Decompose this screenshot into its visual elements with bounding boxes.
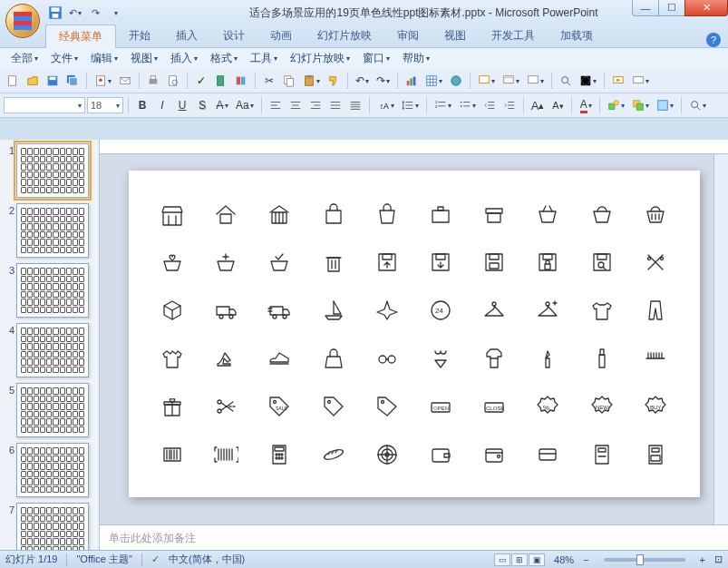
handbag-icon[interactable]: [313, 340, 354, 376]
floppy-down-icon[interactable]: [421, 244, 461, 279]
sorter-view-button[interactable]: ⊞: [511, 553, 528, 566]
zoom-level[interactable]: 48%: [554, 554, 574, 565]
insert-hyperlink-button[interactable]: [447, 72, 465, 90]
menu-all[interactable]: 全部▾: [5, 49, 44, 68]
slideshow-from-current-button[interactable]: ▾: [629, 72, 652, 90]
slideshow-from-beginning-button[interactable]: [609, 72, 627, 90]
align-right-button[interactable]: [306, 96, 325, 114]
menu-file[interactable]: 文件▾: [45, 49, 83, 68]
close-sign-icon[interactable]: CLOSE: [474, 388, 515, 424]
shapes-button[interactable]: ▾: [605, 96, 627, 114]
menu-window[interactable]: 窗口▾: [357, 49, 395, 68]
floppy-lock-icon[interactable]: [528, 244, 568, 279]
italic-button[interactable]: I: [153, 96, 171, 114]
save-button[interactable]: [44, 72, 62, 90]
permission-button[interactable]: ▾: [92, 72, 114, 90]
numbering-button[interactable]: 12▾: [432, 96, 454, 114]
slide-editor[interactable]: 24SALEOPENCLOSE%NEWBUY: [100, 154, 728, 524]
thumbnail-row[interactable]: 4: [4, 323, 95, 377]
justify-button[interactable]: [326, 96, 345, 114]
bold-button[interactable]: B: [133, 96, 151, 114]
layout-button[interactable]: ▾: [500, 72, 522, 90]
menu-insert[interactable]: 插入▾: [165, 49, 203, 68]
atm-icon[interactable]: [581, 436, 622, 472]
thesaurus-button[interactable]: [232, 72, 250, 90]
atm-card-icon[interactable]: [635, 436, 675, 472]
sneaker-icon[interactable]: [259, 340, 300, 376]
format-painter-button[interactable]: [325, 72, 343, 90]
briefcase-icon[interactable]: [421, 196, 461, 231]
redo-button[interactable]: ↷▾: [374, 72, 393, 90]
find-button[interactable]: ▾: [686, 96, 709, 114]
increase-font-button[interactable]: A▴: [529, 96, 548, 114]
paste-button[interactable]: ▾: [300, 72, 323, 90]
bullets-button[interactable]: ▾: [456, 96, 479, 114]
menu-view[interactable]: 视图▾: [125, 49, 163, 68]
calculator-icon[interactable]: [259, 436, 300, 472]
thumbnail[interactable]: [16, 143, 89, 198]
menu-format[interactable]: 格式▾: [205, 49, 243, 68]
font-name-combo[interactable]: ▾: [4, 97, 85, 113]
shirt-icon[interactable]: [152, 340, 193, 376]
basket-check-icon[interactable]: [259, 244, 300, 279]
24h-icon[interactable]: 24: [421, 292, 461, 328]
trash-icon[interactable]: [313, 244, 354, 279]
tab-home[interactable]: 开始: [116, 24, 163, 47]
tab-addins[interactable]: 加载项: [548, 24, 606, 47]
basket-heart-icon[interactable]: [152, 244, 193, 279]
research-button[interactable]: [212, 72, 230, 90]
wallet-icon[interactable]: [421, 436, 461, 472]
tab-insert[interactable]: 插入: [163, 24, 210, 47]
store-icon[interactable]: [152, 196, 193, 231]
basket-empty-icon[interactable]: [528, 196, 568, 231]
language-indicator[interactable]: 中文(简体，中国): [169, 553, 245, 566]
pants-icon[interactable]: [635, 292, 675, 328]
scissors-x-icon[interactable]: [635, 244, 675, 279]
qat-undo[interactable]: ↶▾: [67, 5, 83, 21]
vertical-scrollbar[interactable]: [713, 154, 728, 524]
zoom-slider[interactable]: [604, 558, 685, 562]
thumbnail-row[interactable]: 6: [4, 443, 95, 497]
thumbnail[interactable]: [16, 323, 89, 377]
font-color-button[interactable]: A▾: [577, 96, 595, 114]
underline-button[interactable]: U: [173, 96, 191, 114]
shadow-button[interactable]: S: [193, 96, 211, 114]
basket-handle-icon[interactable]: [581, 196, 622, 231]
sailboat-icon[interactable]: [313, 292, 354, 328]
open-button[interactable]: [24, 72, 42, 90]
tag-sale-icon[interactable]: SALE: [259, 388, 300, 424]
normal-view-button[interactable]: ▭: [494, 553, 510, 566]
thumbnail-row[interactable]: 2: [4, 203, 95, 258]
tag-icon[interactable]: [313, 388, 354, 424]
truck-icon[interactable]: [259, 292, 300, 328]
glasses-icon[interactable]: [366, 340, 407, 376]
quick-styles-button[interactable]: ▾: [654, 96, 676, 114]
gift-icon[interactable]: [152, 388, 193, 424]
distribute-button[interactable]: [346, 96, 364, 114]
print-button[interactable]: [144, 72, 162, 90]
cube-icon[interactable]: [152, 292, 193, 328]
align-center-button[interactable]: [286, 96, 305, 114]
increase-indent-button[interactable]: [500, 96, 519, 114]
notes-pane[interactable]: 单击此处添加备注: [100, 524, 728, 550]
tab-review[interactable]: 审阅: [384, 24, 432, 47]
email-button[interactable]: [116, 72, 134, 90]
zoom-in-button[interactable]: +: [700, 554, 705, 565]
menu-slideshow[interactable]: 幻灯片放映▾: [285, 49, 355, 68]
tshirt-icon[interactable]: [581, 292, 622, 328]
hanger-plus-icon[interactable]: [528, 292, 568, 328]
barcode-scan-icon[interactable]: [206, 436, 247, 472]
comb-icon[interactable]: [635, 340, 675, 376]
menu-edit[interactable]: 编辑▾: [85, 49, 123, 68]
zoom-button[interactable]: [557, 72, 575, 90]
tab-developer[interactable]: 开发工具: [479, 24, 548, 47]
bank-icon[interactable]: [259, 196, 300, 231]
minimize-button[interactable]: —: [632, 0, 659, 16]
bag-round-icon[interactable]: [366, 196, 407, 231]
percent-badge-icon[interactable]: %: [528, 388, 568, 424]
barcode-icon[interactable]: [152, 436, 193, 472]
color-button[interactable]: ▾: [577, 72, 599, 90]
thumbnail[interactable]: [16, 503, 89, 550]
close-button[interactable]: ✕: [684, 0, 728, 16]
change-case-button[interactable]: Aa▾: [233, 96, 257, 114]
